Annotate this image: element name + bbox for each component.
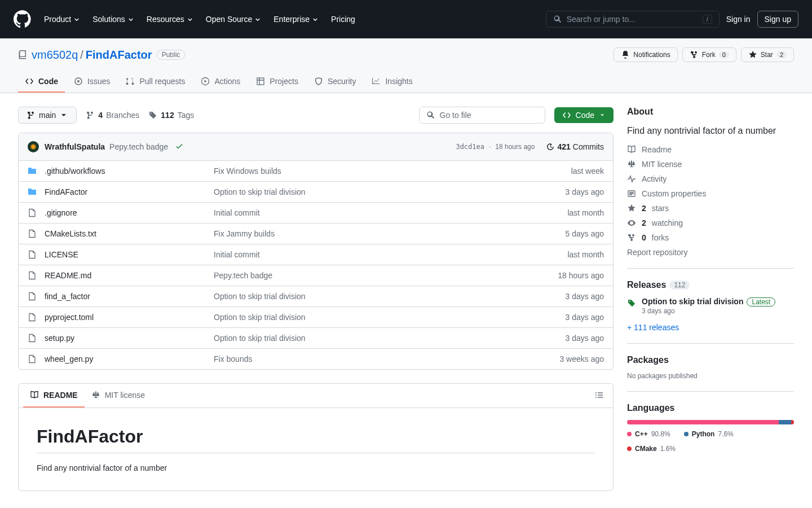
toc-button[interactable] (590, 386, 608, 406)
author-link[interactable]: WrathfulSpatula (45, 142, 105, 151)
book-icon (627, 145, 636, 154)
repo-name-link[interactable]: FindAFactor (86, 49, 152, 62)
signup-button[interactable]: Sign up (757, 11, 798, 28)
file-commit-message[interactable]: Option to skip trial division (214, 187, 566, 196)
law-icon (627, 160, 636, 169)
language-item[interactable]: CMake1.6% (627, 445, 676, 453)
search-input[interactable]: Search or jump to... / (546, 11, 720, 28)
chevron-down-icon (73, 16, 80, 23)
file-name-link[interactable]: FindAFactor (45, 187, 214, 196)
latest-commit-bar: WrathfulSpatula Pepy.tech badge 3dcd1ea … (19, 133, 613, 161)
code-button[interactable]: Code (554, 107, 614, 123)
file-commit-message[interactable]: Fix bounds (214, 354, 559, 364)
custom-properties-link[interactable]: Custom properties (627, 189, 794, 198)
file-commit-message[interactable]: Initial commit (214, 208, 567, 217)
nav-solutions[interactable]: Solutions (88, 10, 139, 28)
file-commit-message[interactable]: Option to skip trial division (214, 292, 566, 301)
pulse-icon (627, 174, 636, 183)
file-commit-message[interactable]: Fix Windows builds (214, 167, 571, 176)
file-commit-message[interactable]: Option to skip trial division (214, 334, 566, 343)
file-commit-message[interactable]: Initial commit (214, 250, 567, 259)
file-name-link[interactable]: .github/workflows (45, 167, 214, 176)
fork-icon (690, 50, 699, 59)
star-button[interactable]: Star2 (741, 47, 794, 62)
file-time: 3 days ago (566, 334, 604, 343)
list-icon (595, 391, 604, 400)
file-name-link[interactable]: README.md (45, 271, 214, 280)
nav-resources[interactable]: Resources (142, 10, 198, 28)
tab-pull-requests[interactable]: Pull requests (119, 71, 192, 93)
tab-code[interactable]: Code (18, 71, 65, 93)
repo-icon (18, 50, 27, 59)
repo-owner-link[interactable]: vm6502q (32, 49, 78, 62)
author-avatar[interactable] (28, 141, 39, 152)
folder-icon (28, 167, 37, 176)
file-row: wheel_gen.pyFix bounds3 weeks ago (19, 349, 613, 369)
packages-heading[interactable]: Packages (627, 355, 794, 365)
about-description: Find any nontrivial factor of a number (627, 126, 794, 136)
file-name-link[interactable]: pyproject.toml (45, 313, 214, 322)
file-icon (28, 354, 37, 364)
file-name-link[interactable]: find_a_factor (45, 292, 214, 301)
commit-message-link[interactable]: Pepy.tech badge (109, 142, 168, 151)
file-commit-message[interactable]: Fix Jammy builds (214, 229, 566, 238)
tags-link[interactable]: 112Tags (148, 111, 194, 120)
github-logo-icon[interactable] (14, 10, 32, 28)
file-time: last week (571, 167, 604, 176)
releases-heading[interactable]: Releases112 (627, 280, 794, 290)
tab-actions[interactable]: Actions (194, 71, 247, 93)
file-name-link[interactable]: setup.py (45, 334, 214, 343)
report-link[interactable]: Report repository (627, 248, 794, 257)
notifications-button[interactable]: Notifications (614, 47, 677, 62)
status-check-icon[interactable] (175, 142, 184, 151)
file-name-link[interactable]: .gitignore (45, 208, 214, 217)
fork-button[interactable]: Fork0 (682, 47, 736, 62)
go-to-file[interactable]: Go to file (419, 107, 545, 124)
activity-link[interactable]: Activity (627, 174, 794, 183)
tab-security[interactable]: Security (307, 71, 363, 93)
language-item[interactable]: C++90.8% (627, 430, 670, 438)
readme-tab[interactable]: README (23, 384, 85, 408)
file-commit-message[interactable]: Option to skip trial division (214, 313, 566, 322)
tag-icon (148, 111, 157, 120)
watching-link[interactable]: 2watching (627, 218, 794, 227)
star-icon (748, 50, 757, 59)
stars-link[interactable]: 2stars (627, 204, 794, 213)
nav-product[interactable]: Product (39, 10, 85, 28)
commits-count-link[interactable]: 421 Commits (546, 142, 604, 151)
readme-tagline: Find any nontrivial factor of a number (37, 463, 595, 472)
chevron-down-icon (187, 16, 193, 23)
star-icon (627, 204, 636, 213)
file-row: FindAFactorOption to skip trial division… (19, 182, 613, 203)
nav-open-source[interactable]: Open Source (201, 10, 266, 28)
language-bar (627, 420, 794, 424)
license-tab[interactable]: MIT license (85, 384, 152, 408)
file-row: setup.pyOption to skip trial division3 d… (19, 328, 613, 349)
tab-insights[interactable]: Insights (365, 71, 419, 93)
file-icon (28, 313, 37, 322)
language-item[interactable]: Python7.6% (684, 430, 734, 438)
file-row: README.mdPepy.tech badge18 hours ago (19, 265, 613, 286)
file-time: 5 days ago (566, 229, 604, 238)
nav-pricing[interactable]: Pricing (326, 10, 360, 28)
forks-link[interactable]: 0forks (627, 233, 794, 242)
file-name-link[interactable]: wheel_gen.py (45, 354, 214, 364)
folder-icon (28, 187, 37, 196)
commit-sha-link[interactable]: 3dcd1ea (456, 143, 484, 151)
caret-icon (599, 112, 606, 119)
signin-link[interactable]: Sign in (726, 15, 751, 24)
file-name-link[interactable]: CMakeLists.txt (45, 229, 214, 238)
nav-enterprise[interactable]: Enterprise (269, 10, 323, 28)
latest-release[interactable]: Option to skip trial divisionLatest 3 da… (627, 297, 794, 315)
branch-selector[interactable]: main (18, 107, 77, 124)
tab-issues[interactable]: Issues (67, 71, 117, 93)
file-time: 3 weeks ago (559, 354, 604, 364)
file-name-link[interactable]: LICENSE (45, 250, 214, 259)
file-commit-message[interactable]: Pepy.tech badge (214, 271, 558, 280)
law-icon (91, 391, 100, 400)
branches-link[interactable]: 4Branches (86, 111, 139, 120)
license-link[interactable]: MIT license (627, 160, 794, 169)
tab-projects[interactable]: Projects (249, 71, 305, 93)
more-releases-link[interactable]: + 111 releases (627, 323, 794, 332)
readme-link[interactable]: Readme (627, 145, 794, 154)
